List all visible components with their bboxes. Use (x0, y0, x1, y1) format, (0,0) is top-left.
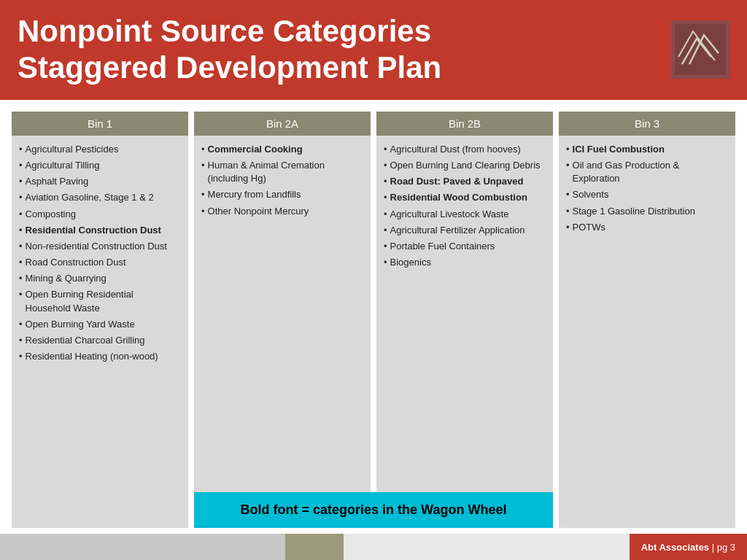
footer-bar-gray (0, 534, 285, 560)
main-content: Bin 1•Agricultural Pesticides•Agricultur… (0, 100, 747, 534)
logo-icon (675, 24, 726, 75)
bin-column-bin3: Bin 3•ICI Fuel Combustion•Oil and Gas Pr… (559, 112, 735, 528)
bin-body-bin2a: •Commercial Cooking•Human & Animal Crema… (194, 136, 371, 488)
item-label: Open Burning Land Clearing Debris (390, 159, 541, 172)
item-label: Other Nonpoint Mercury (208, 205, 309, 218)
bullet-icon: • (19, 224, 23, 237)
bin-box-bin2a: Bin 2A•Commercial Cooking•Human & Animal… (194, 112, 371, 528)
bullet-icon: • (19, 143, 23, 156)
bullet-icon: • (566, 159, 570, 172)
header-title: Nonpoint Source Categories Staggered Dev… (18, 13, 671, 87)
bin-column-bin1: Bin 1•Agricultural Pesticides•Agricultur… (12, 112, 188, 528)
bullet-icon: • (19, 272, 23, 285)
slide: Nonpoint Source Categories Staggered Dev… (0, 0, 747, 560)
bullet-icon: • (19, 350, 23, 363)
bin-body-bin3: •ICI Fuel Combustion•Oil and Gas Product… (559, 136, 735, 528)
bullet-icon: • (201, 143, 205, 156)
list-item: •Oil and Gas Production & Exploration (566, 159, 728, 185)
bullet-icon: • (19, 334, 23, 347)
item-label: Agricultural Tilling (26, 159, 100, 172)
bullet-icon: • (566, 205, 570, 218)
list-item: •Open Burning Land Clearing Debris (384, 159, 546, 172)
header: Nonpoint Source Categories Staggered Dev… (0, 0, 747, 100)
brand-name: Abt Associates (641, 542, 709, 553)
list-item: •Composting (19, 208, 181, 221)
bullet-icon: • (19, 288, 23, 301)
item-label: Agricultural Livestock Waste (390, 208, 509, 221)
list-item: •Aviation Gasoline, Stage 1 & 2 (19, 191, 181, 204)
bin-header-bin1: Bin 1 (12, 112, 188, 136)
list-item: •Biogenics (384, 256, 546, 269)
item-label: Agricultural Dust (from hooves) (390, 143, 521, 156)
list-item: •Solvents (566, 188, 728, 201)
bullet-icon: • (566, 143, 570, 156)
list-item: •Non-residential Construction Dust (19, 240, 181, 253)
footer-bar-olive (285, 534, 344, 560)
bullet-icon: • (201, 205, 205, 218)
item-label: Solvents (573, 188, 609, 201)
bullet-icon: • (19, 256, 23, 269)
bullet-icon: • (384, 159, 387, 172)
bullet-icon: • (201, 159, 205, 172)
bullet-icon: • (201, 188, 205, 201)
list-item: •ICI Fuel Combustion (566, 143, 728, 156)
item-label: Non-residential Construction Dust (26, 240, 167, 253)
bullet-icon: • (384, 240, 387, 253)
item-label: Biogenics (390, 256, 431, 269)
bullet-icon: • (384, 191, 387, 204)
footer: Abt Associates | pg 3 (0, 534, 747, 560)
list-item: •Agricultural Pesticides (19, 143, 181, 156)
bullet-icon: • (384, 175, 387, 188)
list-item: •Agricultural Tilling (19, 159, 181, 172)
list-item: •Agricultural Dust (from hooves) (384, 143, 546, 156)
list-item: •Asphalt Paving (19, 175, 181, 188)
item-label: Open Burning Residential Household Waste (26, 288, 181, 314)
list-item: •Portable Fuel Containers (384, 240, 546, 253)
footer-bar-light (344, 534, 629, 560)
bullet-icon: • (19, 318, 23, 331)
list-item: •Open Burning Yard Waste (19, 318, 181, 331)
list-item: •Residential Construction Dust (19, 224, 181, 237)
footer-page: pg 3 (717, 542, 735, 553)
bullet-icon: • (384, 224, 387, 237)
item-label: POTWs (573, 221, 606, 234)
item-label: Residential Charcoal Grilling (26, 334, 145, 347)
bins-grid: Bin 1•Agricultural Pesticides•Agricultur… (12, 112, 735, 528)
bin-header-bin3: Bin 3 (559, 112, 735, 136)
bullet-icon: • (384, 208, 387, 221)
bullet-icon: • (384, 256, 387, 269)
item-label: Aviation Gasoline, Stage 1 & 2 (26, 191, 154, 204)
bin-column-bin2b: Bin 2B•Agricultural Dust (from hooves)•O… (376, 112, 553, 528)
bullet-icon: • (566, 221, 570, 234)
list-item: •POTWs (566, 221, 728, 234)
item-label: Commercial Cooking (208, 143, 303, 156)
list-item: •Residential Charcoal Grilling (19, 334, 181, 347)
list-item: •Road Dust: Paved & Unpaved (384, 175, 546, 188)
item-label: Mercury from Landfills (208, 188, 301, 201)
item-label: Residential Construction Dust (26, 224, 161, 237)
bin-box-bin2b: Bin 2B•Agricultural Dust (from hooves)•O… (376, 112, 553, 528)
item-label: Agricultural Pesticides (26, 143, 119, 156)
list-item: •Other Nonpoint Mercury (201, 205, 363, 218)
bullet-icon: • (566, 188, 570, 201)
list-item: •Residential Heating (non-wood) (19, 350, 181, 363)
item-label: Portable Fuel Containers (390, 240, 495, 253)
item-label: Agricultural Fertilizer Application (390, 224, 525, 237)
item-label: Composting (26, 208, 76, 221)
list-item: •Commercial Cooking (201, 143, 363, 156)
list-item: •Open Burning Residential Household Wast… (19, 288, 181, 314)
list-item: •Mercury from Landfills (201, 188, 363, 201)
bin-header-bin2b: Bin 2B (376, 112, 553, 136)
footer-separator: | (709, 542, 717, 553)
bullet-icon: • (19, 191, 23, 204)
bullet-icon: • (19, 159, 23, 172)
bin-body-bin2b: •Agricultural Dust (from hooves)•Open Bu… (376, 136, 553, 528)
item-label: Stage 1 Gasoline Distribution (573, 205, 695, 218)
list-item: •Agricultural Fertilizer Application (384, 224, 546, 237)
bullet-icon: • (19, 240, 23, 253)
list-item: •Agricultural Livestock Waste (384, 208, 546, 221)
item-label: Open Burning Yard Waste (26, 318, 135, 331)
bullet-icon: • (384, 143, 387, 156)
item-label: Oil and Gas Production & Exploration (573, 159, 728, 185)
bin-header-bin2a: Bin 2A (194, 112, 371, 136)
